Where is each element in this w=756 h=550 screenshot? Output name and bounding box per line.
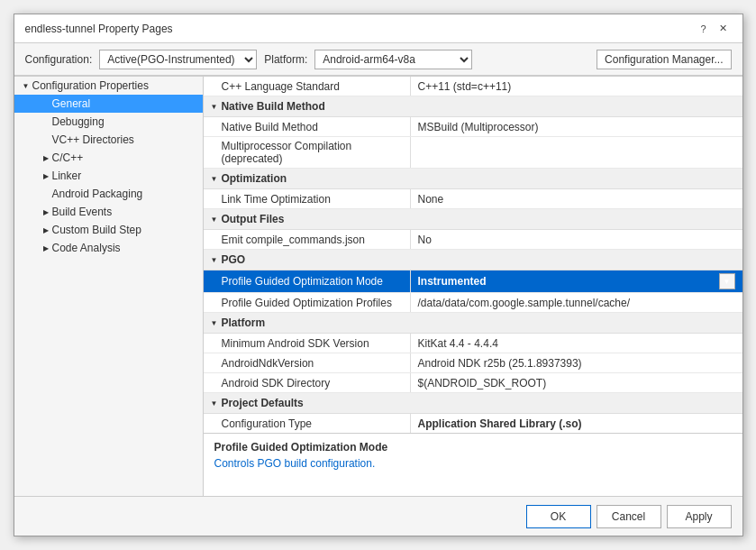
sidebar-item-config-props[interactable]: ▼ Configuration Properties	[14, 77, 203, 95]
ok-button[interactable]: OK	[526, 505, 591, 528]
prop-value: $(ANDROID_SDK_ROOT)	[411, 373, 742, 392]
section-title: Project Defaults	[221, 397, 303, 409]
help-button[interactable]: ?	[696, 21, 712, 37]
prop-name: AndroidNdkVersion	[204, 353, 411, 372]
info-description: Controls PGO build configuration.	[214, 457, 732, 470]
info-panel: Profile Guided Optimization Mode Control…	[204, 433, 742, 496]
platform-select[interactable]: Android-arm64-v8a	[314, 50, 472, 69]
table-row: Native Build Method MSBuild (Multiproces…	[204, 117, 742, 137]
expand-arrow: ▶	[40, 208, 52, 216]
prop-value-text: $(ANDROID_SDK_ROOT)	[418, 377, 735, 390]
sidebar-item-build-events[interactable]: ▶ Build Events	[14, 203, 203, 221]
sidebar-item-label: Code Analysis	[52, 242, 121, 254]
section-title: Native Build Method	[221, 100, 324, 113]
sidebar-item-label: Linker	[52, 170, 82, 182]
prop-value-text: Instrumented	[418, 275, 719, 288]
right-panel: C++ Language Standard C++11 (std=c++11) …	[204, 77, 742, 496]
prop-name: C++ Language Standard	[204, 77, 411, 96]
expand-arrow: ▼	[20, 82, 32, 90]
sidebar-item-label: Configuration Properties	[32, 79, 149, 92]
prop-value: Instrumented ▼	[411, 270, 742, 292]
config-bar: Configuration: Active(PGO-Instrumented) …	[14, 43, 742, 76]
main-content: ▼ Configuration Properties General Debug…	[14, 76, 742, 496]
expand-arrow: ▶	[40, 154, 52, 162]
sidebar-item-label: Debugging	[52, 115, 105, 128]
sidebar-item-label: Custom Build Step	[52, 224, 141, 236]
prop-name: Profile Guided Optimization Profiles	[204, 293, 411, 312]
sidebar-item-code-analysis[interactable]: ▶ Code Analysis	[14, 239, 203, 257]
section-header-optimization[interactable]: ▼ Optimization	[204, 169, 742, 189]
dialog-title: endless-tunnel Property Pages	[25, 23, 173, 35]
table-row: Minimum Android SDK Version KitKat 4.4 -…	[204, 334, 742, 353]
expand-arrow: ▶	[40, 172, 52, 180]
prop-value: Application Shared Library (.so)	[411, 414, 742, 433]
configuration-manager-button[interactable]: Configuration Manager...	[597, 50, 731, 69]
title-bar: endless-tunnel Property Pages ? ✕	[14, 14, 742, 43]
table-row: Link Time Optimization None	[204, 189, 742, 209]
prop-name: Emit compile_commands.json	[204, 230, 411, 249]
sidebar-item-label: Build Events	[52, 206, 113, 218]
section-header-output-files[interactable]: ▼ Output Files	[204, 209, 742, 230]
section-header-native-build[interactable]: ▼ Native Build Method	[204, 96, 742, 117]
dropdown-button[interactable]: ▼	[719, 273, 735, 289]
table-row-highlighted[interactable]: Profile Guided Optimization Mode Instrum…	[204, 270, 742, 293]
section-collapse-arrow: ▼	[211, 319, 218, 327]
prop-value	[411, 137, 742, 168]
section-header-project-defaults[interactable]: ▼ Project Defaults	[204, 393, 742, 414]
sidebar-item-linker[interactable]: ▶ Linker	[14, 167, 203, 185]
sidebar-item-general[interactable]: General	[14, 95, 203, 113]
prop-value: Android NDK r25b (25.1.8937393)	[411, 353, 742, 372]
platform-label: Platform:	[264, 53, 307, 66]
section-header-pgo[interactable]: ▼ PGO	[204, 250, 742, 270]
prop-value-text: None	[418, 193, 735, 206]
table-row: Configuration Type Application Shared Li…	[204, 414, 742, 433]
sidebar-item-android-pkg[interactable]: Android Packaging	[14, 185, 203, 203]
title-bar-buttons: ? ✕	[696, 21, 732, 37]
configuration-select[interactable]: Active(PGO-Instrumented)	[99, 50, 257, 69]
prop-name: Native Build Method	[204, 117, 411, 136]
prop-value-text: Android NDK r25b (25.1.8937393)	[418, 357, 735, 370]
properties-table: C++ Language Standard C++11 (std=c++11) …	[204, 77, 742, 433]
sidebar-item-debugging[interactable]: Debugging	[14, 113, 203, 131]
sidebar-item-cpp[interactable]: ▶ C/C++	[14, 149, 203, 167]
section-collapse-arrow: ▼	[211, 175, 218, 183]
prop-name: Multiprocessor Compilation (deprecated)	[204, 137, 411, 168]
prop-value: KitKat 4.4 - 4.4.4	[411, 334, 742, 353]
prop-value: C++11 (std=c++11)	[411, 77, 742, 96]
section-collapse-arrow: ▼	[211, 215, 218, 224]
sidebar: ▼ Configuration Properties General Debug…	[14, 77, 204, 496]
table-row: C++ Language Standard C++11 (std=c++11)	[204, 77, 742, 96]
table-row: AndroidNdkVersion Android NDK r25b (25.1…	[204, 353, 742, 373]
cancel-button[interactable]: Cancel	[597, 505, 661, 528]
footer: OK Cancel Apply	[14, 496, 742, 536]
close-button[interactable]: ✕	[715, 21, 732, 37]
prop-value-text: C++11 (std=c++11)	[418, 80, 735, 93]
section-collapse-arrow: ▼	[211, 256, 218, 264]
sidebar-item-label: C/C++	[52, 151, 84, 164]
sidebar-item-vc-dirs[interactable]: VC++ Directories	[14, 131, 203, 149]
prop-value: No	[411, 230, 742, 249]
prop-value: /data/data/com.google.sample.tunnel/cach…	[411, 293, 742, 312]
apply-button[interactable]: Apply	[667, 505, 732, 528]
prop-value-text: KitKat 4.4 - 4.4.4	[418, 337, 735, 350]
info-title: Profile Guided Optimization Mode	[214, 441, 732, 454]
section-collapse-arrow: ▼	[211, 103, 218, 111]
sidebar-item-label: VC++ Directories	[52, 133, 134, 146]
section-title: Optimization	[221, 172, 287, 185]
prop-value-text: MSBuild (Multiprocessor)	[418, 121, 735, 133]
table-row: Android SDK Directory $(ANDROID_SDK_ROOT…	[204, 373, 742, 393]
prop-value: MSBuild (Multiprocessor)	[411, 117, 742, 136]
property-pages-dialog: endless-tunnel Property Pages ? ✕ Config…	[14, 14, 743, 536]
config-label: Configuration:	[25, 53, 93, 66]
sidebar-item-label: Android Packaging	[52, 188, 143, 200]
prop-value-text: /data/data/com.google.sample.tunnel/cach…	[418, 297, 735, 309]
section-title: PGO	[221, 253, 245, 266]
prop-name: Configuration Type	[204, 414, 411, 433]
sidebar-item-custom-build[interactable]: ▶ Custom Build Step	[14, 221, 203, 239]
prop-name: Minimum Android SDK Version	[204, 334, 411, 353]
prop-name: Android SDK Directory	[204, 373, 411, 392]
expand-arrow: ▶	[40, 226, 52, 234]
section-title: Platform	[221, 316, 265, 329]
section-header-platform[interactable]: ▼ Platform	[204, 313, 742, 334]
prop-value-text: Application Shared Library (.so)	[418, 417, 735, 430]
